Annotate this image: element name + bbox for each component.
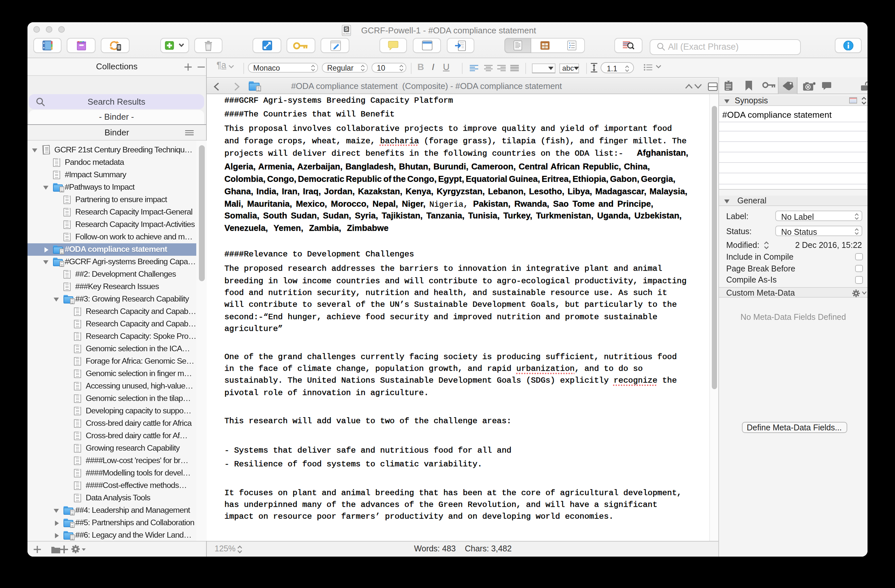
svg-text:S: S [345, 26, 348, 32]
svg-text:SCRIV: SCRIV [343, 32, 350, 35]
